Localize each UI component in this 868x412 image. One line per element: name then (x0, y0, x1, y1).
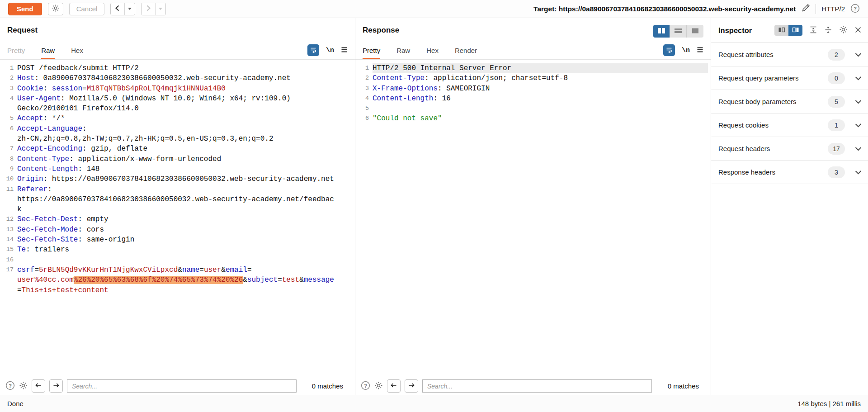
layout-switch (653, 25, 703, 38)
protocol-help-button[interactable]: ? (850, 4, 860, 14)
code-line: k (3, 204, 352, 214)
prev-match-icon (390, 382, 397, 390)
next-match-button[interactable] (49, 379, 63, 393)
response-tab-raw[interactable]: Raw (396, 47, 410, 59)
wrap-icon (665, 46, 673, 55)
collapse-all-button[interactable] (824, 26, 832, 35)
forward-dropdown-button[interactable] (156, 3, 165, 15)
editor-menu-button[interactable] (341, 47, 348, 54)
code-line: 6Accept-Language: (3, 124, 352, 134)
inspector-settings-button[interactable] (839, 25, 848, 35)
count-badge: 5 (828, 96, 845, 108)
menu-icon (341, 47, 348, 54)
prev-match-icon (35, 382, 42, 390)
collapse-all-icon (824, 26, 832, 35)
inspector-section-request-headers[interactable]: Request headers17 (711, 137, 868, 161)
pane-right-icon (792, 27, 799, 34)
cancel-button[interactable]: Cancel (69, 3, 105, 15)
inspector-section-request-query-parameters[interactable]: Request query parameters0 (711, 66, 868, 90)
newline-toggle-button[interactable]: \n (682, 47, 690, 54)
layout-columns-button[interactable] (653, 25, 670, 38)
response-editor[interactable]: 1HTTP/2 500 Internal Server Error2Conten… (355, 60, 711, 377)
inspector-section-response-headers[interactable]: Response headers3 (711, 161, 868, 184)
inspector-section-request-cookies[interactable]: Request cookies1 (711, 114, 868, 137)
chevron-down-icon (128, 8, 132, 10)
request-panel: Request PrettyRawHex \n 1POST /feedback/… (0, 18, 355, 395)
inspector-close-button[interactable] (854, 26, 862, 35)
back-dropdown-button[interactable] (125, 3, 135, 15)
prev-match-button[interactable] (32, 379, 45, 393)
forward-button[interactable] (142, 3, 156, 15)
chevron-down-icon (159, 8, 162, 10)
expand-all-button[interactable] (809, 26, 817, 35)
code-line: 10Origin: https://0a89006703784106823038… (3, 174, 352, 184)
request-search-row: ? 0 matches (0, 377, 355, 395)
chevron-down-icon (855, 121, 862, 129)
section-label: Request cookies (718, 121, 769, 129)
search-settings-button[interactable] (374, 381, 383, 391)
send-settings-button[interactable] (48, 3, 63, 15)
repeater-toolbar: Send Cancel Target: https://0a8900670378… (0, 0, 868, 18)
rows-icon (674, 27, 683, 36)
help-icon: ? (5, 381, 15, 392)
view-toggle-right-button[interactable] (788, 25, 802, 36)
code-line: 6"Could not save" (358, 114, 708, 123)
count-badge: 3 (828, 166, 845, 178)
inspector-section-request-body-parameters[interactable]: Request body parameters5 (711, 90, 868, 114)
match-count: 0 matches (668, 382, 699, 390)
target-bar: Target: https://0a8900670378410682303866… (533, 4, 860, 14)
code-line: 8Content-Type: application/x-www-form-ur… (3, 154, 352, 164)
view-toggle-left-button[interactable] (774, 25, 788, 36)
next-match-icon (408, 382, 415, 390)
code-line: 16 (3, 255, 352, 265)
inspector-head: Inspector (711, 18, 868, 43)
response-tabs-row: PrettyRawHexRender \n (355, 43, 711, 60)
wrap-icon (310, 46, 317, 55)
repeater-main: Request PrettyRawHex \n 1POST /feedback/… (0, 18, 868, 395)
search-settings-button[interactable] (19, 381, 28, 391)
layout-single-button[interactable] (687, 25, 703, 38)
response-tab-pretty[interactable]: Pretty (363, 47, 380, 59)
svg-text:?: ? (364, 383, 367, 388)
wrap-toggle-button[interactable] (663, 44, 675, 56)
response-editor-icons: \n (663, 44, 703, 59)
section-label: Response headers (718, 168, 775, 176)
back-button[interactable] (111, 3, 125, 15)
chevron-down-icon (855, 98, 862, 106)
next-match-button[interactable] (405, 379, 418, 393)
request-tab-raw[interactable]: Raw (41, 47, 55, 59)
request-tab-pretty[interactable]: Pretty (7, 47, 25, 59)
code-line: 13Sec-Fetch-Mode: cors (3, 225, 352, 235)
code-line: https://0a890067037841068230386600050032… (3, 194, 352, 204)
editor-menu-button[interactable] (697, 47, 703, 54)
search-help-button[interactable]: ? (5, 381, 15, 392)
back-history-control (110, 3, 135, 15)
wrap-toggle-button[interactable] (307, 44, 319, 56)
inspector-section-request-attributes[interactable]: Request attributes2 (711, 43, 868, 66)
request-tabs-row: PrettyRawHex \n (0, 43, 355, 60)
code-line: zh-CN,zh;q=0.8,zh-TW;q=0.7,zh-HK;q=0.5,e… (3, 134, 352, 144)
prev-match-button[interactable] (387, 379, 401, 393)
newline-toggle-button[interactable]: \n (326, 47, 334, 54)
response-search-row: ? 0 matches (355, 377, 711, 395)
burp-repeater-window: Send Cancel Target: https://0a8900670378… (0, 0, 868, 412)
count-badge: 1 (828, 119, 845, 131)
gear-icon (839, 25, 848, 35)
protocol-label: HTTP/2 (821, 5, 845, 13)
columns-icon (657, 27, 666, 36)
request-tab-hex[interactable]: Hex (71, 47, 83, 59)
inspector-tools (774, 25, 862, 36)
send-button[interactable]: Send (8, 3, 42, 15)
search-input[interactable] (422, 379, 652, 393)
request-editor[interactable]: 1POST /feedback/submit HTTP/22Host: 0a89… (0, 60, 355, 377)
response-tab-hex[interactable]: Hex (426, 47, 439, 59)
code-line: 1HTTP/2 500 Internal Server Error (358, 63, 708, 73)
code-line: 2Content-Type: application/json; charset… (358, 73, 708, 83)
menu-icon (697, 47, 703, 54)
search-input[interactable] (67, 379, 297, 393)
section-label: Request body parameters (718, 98, 797, 105)
search-help-button[interactable]: ? (361, 381, 370, 392)
edit-target-button[interactable] (801, 4, 810, 14)
layout-rows-button[interactable] (670, 25, 687, 38)
response-tab-render[interactable]: Render (455, 47, 477, 59)
